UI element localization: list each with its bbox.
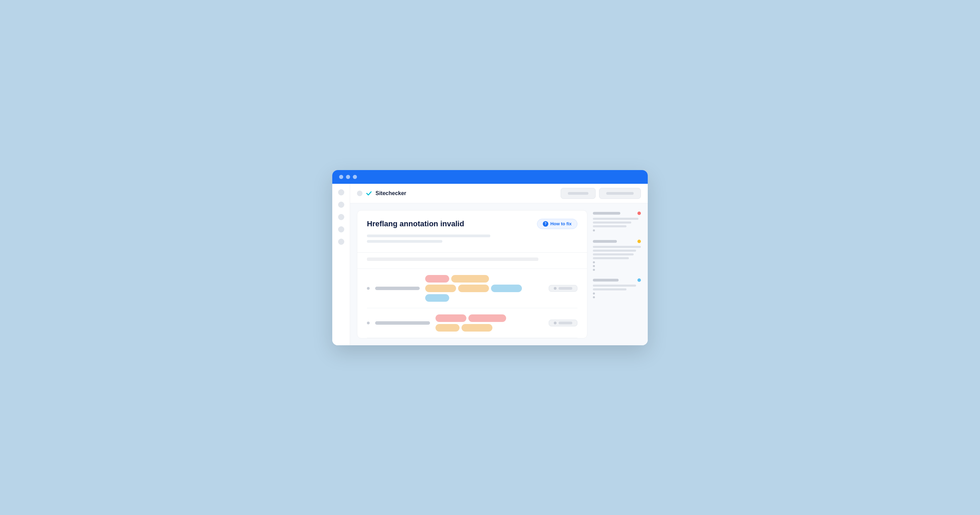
sidebar-bar-2: [593, 240, 617, 243]
sidebar-circle-4: [338, 226, 344, 232]
logo-text: Sitechecker: [375, 190, 406, 197]
browser-titlebar: [332, 170, 648, 184]
how-to-fix-label: How to fix: [550, 221, 572, 226]
action-btn-bar-2: [558, 322, 572, 324]
sidebar-circle-1: [338, 189, 344, 196]
sdot-4: [593, 269, 595, 271]
nav-btn-1[interactable]: [561, 188, 596, 199]
ssbar-8: [593, 285, 636, 287]
sidebar-row-3: [593, 278, 641, 282]
subtitle-bar-1: [367, 235, 490, 237]
sidebar-row-1: [593, 211, 641, 215]
ssbar-3: [593, 225, 627, 227]
sidebar-dot-blue: [638, 278, 641, 282]
right-sidebar: [593, 210, 641, 339]
sidebar-small-bars-2: [593, 246, 641, 259]
table-section: [357, 269, 587, 338]
sidebar-circle-3: [338, 214, 344, 220]
row-action-btn-1[interactable]: [549, 285, 578, 292]
sidebar-small-bars-1: [593, 218, 641, 227]
sdot-2: [593, 261, 595, 263]
ssbar-6: [593, 253, 634, 256]
main-area: Sitechecker: [350, 184, 648, 345]
content-area: Hreflang annotation invalid ? How to fix: [350, 203, 648, 345]
question-icon: ?: [543, 221, 548, 227]
tag-peach-4: [436, 324, 460, 332]
sidebar-bar-3: [593, 279, 619, 281]
nav-btn-2-bar: [606, 192, 634, 195]
tag-pink-1: [425, 275, 449, 283]
tags-area-2: [436, 315, 543, 332]
row-bullet-2: [367, 322, 370, 324]
table-row-2: [367, 308, 578, 338]
logo-area: Sitechecker: [357, 190, 406, 197]
sidebar-bar-1: [593, 212, 620, 215]
ssbar-9: [593, 288, 627, 291]
sidebar-small-bars-3: [593, 285, 641, 291]
sidebar-dot-yellow: [638, 240, 641, 243]
ssbar-2: [593, 221, 631, 224]
row-url-bar-1: [375, 287, 420, 290]
filter-bar: [367, 258, 538, 261]
sdot-3: [593, 265, 595, 267]
row-action-btn-2[interactable]: [549, 319, 578, 326]
sidebar-section-2: [593, 240, 641, 273]
panel-title: Hreflang annotation invalid: [367, 219, 464, 228]
tags-area-1: [425, 275, 543, 302]
nav-buttons: [561, 188, 641, 199]
table-row: [367, 269, 578, 308]
sidebar-circle-2: [338, 202, 344, 208]
ssbar-7: [593, 257, 629, 259]
how-to-fix-button[interactable]: ? How to fix: [537, 219, 578, 229]
action-btn-dot-2: [554, 322, 557, 324]
sidebar-row-2: [593, 240, 641, 243]
tag-peach-5: [461, 324, 492, 332]
sdot-1: [593, 229, 595, 231]
tag-peach-2: [425, 285, 456, 292]
logo-icon: [365, 190, 373, 197]
left-sidebar: [332, 184, 350, 345]
browser-window: Sitechecker: [332, 170, 648, 345]
tag-pink-2: [436, 315, 466, 322]
subtitle-bar-2: [367, 240, 442, 243]
panel-title-row: Hreflang annotation invalid ? How to fix: [367, 219, 578, 229]
traffic-light-3: [353, 175, 357, 179]
sidebar-dot-red: [638, 211, 641, 215]
sdot-5: [593, 292, 595, 294]
nav-btn-2[interactable]: [599, 188, 641, 199]
action-btn-bar-1: [558, 287, 572, 290]
row-url-bar-2: [375, 321, 430, 325]
tag-peach-1: [451, 275, 489, 283]
sidebar-circle-5: [338, 238, 344, 245]
sidebar-section-3: [593, 278, 641, 298]
sdot-6: [593, 296, 595, 298]
row-bullet-1: [367, 287, 370, 290]
traffic-light-2: [346, 175, 350, 179]
nav-btn-1-bar: [568, 192, 589, 195]
tag-pink-3: [468, 315, 506, 322]
action-btn-dot-1: [554, 287, 557, 290]
ssbar-1: [593, 218, 638, 220]
tag-blue-1: [491, 285, 522, 292]
browser-content: Sitechecker: [332, 184, 648, 345]
tag-blue-2: [425, 294, 449, 302]
filter-section: [357, 253, 587, 269]
traffic-light-1: [339, 175, 343, 179]
ssbar-5: [593, 250, 636, 252]
panel-header: Hreflang annotation invalid ? How to fix: [357, 210, 587, 253]
tag-peach-3: [458, 285, 489, 292]
nav-circle: [357, 191, 363, 196]
sidebar-row-1b: [593, 229, 641, 231]
main-panel: Hreflang annotation invalid ? How to fix: [357, 210, 587, 339]
ssbar-4: [593, 246, 641, 248]
sidebar-section-1: [593, 211, 641, 234]
top-nav: Sitechecker: [350, 184, 648, 203]
